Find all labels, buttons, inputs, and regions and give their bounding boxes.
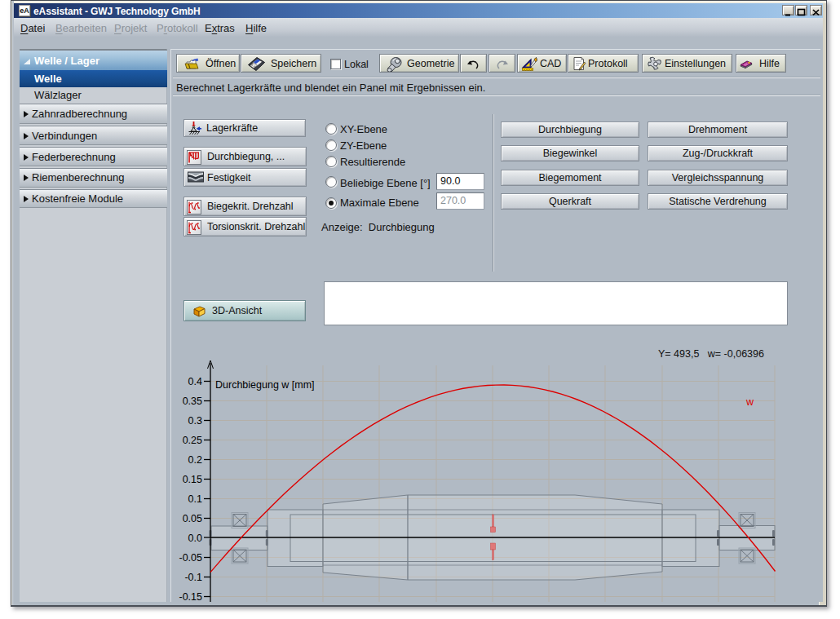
svg-text:0.25: 0.25: [183, 435, 202, 446]
svg-text:Durchbiegung w [mm]: Durchbiegung w [mm]: [215, 379, 315, 391]
svg-text:0.3: 0.3: [188, 415, 202, 427]
svg-text:0.05: 0.05: [183, 513, 202, 524]
svg-text:0.2: 0.2: [188, 454, 202, 466]
svg-text:0.15: 0.15: [183, 474, 202, 485]
svg-text:0.4: 0.4: [188, 376, 202, 387]
svg-text:0.35: 0.35: [183, 396, 202, 407]
svg-text:-0.05: -0.05: [179, 552, 203, 564]
svg-text:w: w: [745, 396, 754, 408]
svg-text:0.1: 0.1: [188, 493, 202, 505]
svg-text:-0.1: -0.1: [184, 572, 202, 583]
svg-text:-0.15: -0.15: [179, 591, 203, 603]
svg-text:0.0: 0.0: [188, 533, 202, 544]
